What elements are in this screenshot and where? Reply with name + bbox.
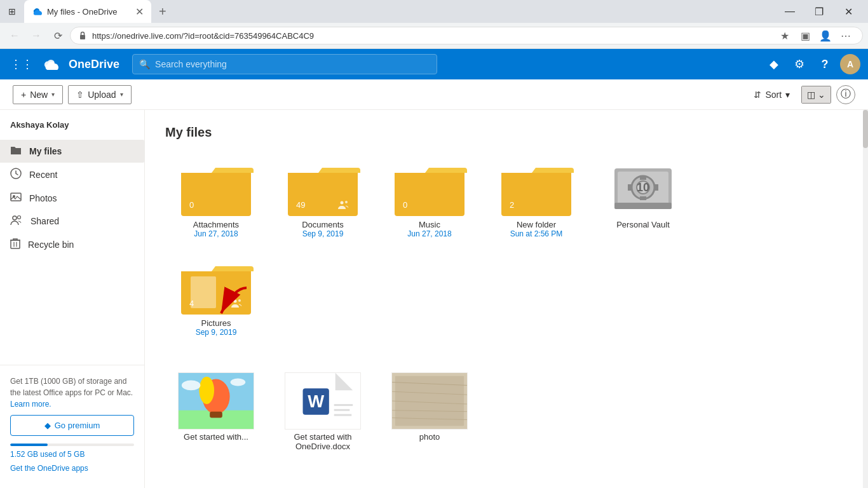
svg-point-25 — [199, 377, 214, 404]
info-button[interactable]: ⓘ — [836, 85, 855, 104]
window-controls: — ❐ ✕ — [775, 0, 863, 23]
storage-used-text[interactable]: 1.52 GB used of 5 GB — [10, 450, 134, 459]
profile-icon[interactable]: 👤 — [817, 27, 834, 44]
folder-name-music: Music — [419, 220, 440, 229]
onedrive-logo-text: OneDrive — [69, 58, 119, 71]
folder-icon-attachments: 0 — [178, 160, 254, 217]
svg-rect-15 — [640, 196, 646, 200]
sort-label: Sort — [765, 90, 782, 100]
tab-bar: ⊞ My files - OneDrive ✕ + — ❐ ✕ — [0, 0, 868, 23]
search-icon: 🔍 — [139, 59, 150, 69]
folder-personal-vault[interactable]: 10 Personal Vault — [592, 155, 694, 243]
svg-rect-6 — [11, 240, 20, 248]
settings-icon[interactable]: ⚙ — [789, 54, 810, 74]
star-icon[interactable]: ★ — [776, 27, 794, 44]
image-thumb-svg-1 — [179, 372, 254, 430]
folder-name-documents: Documents — [302, 220, 344, 229]
photos-icon — [10, 192, 22, 205]
tab-favicon — [32, 6, 42, 17]
sort-chevron: ▾ — [785, 90, 790, 100]
close-window-button[interactable]: ✕ — [834, 0, 863, 23]
sidebar-bottom: Get 1TB (1000 GB) of storage and the lat… — [0, 365, 144, 483]
upload-button-label: Upload — [88, 90, 116, 100]
onedrive-app: ⋮⋮ OneDrive 🔍 Search everything ◆ ⚙ ? A … — [0, 49, 868, 488]
upload-icon: ⇧ — [76, 90, 84, 100]
collection-icon[interactable]: ▣ — [796, 27, 814, 44]
file-thumb-word: W — [285, 372, 361, 430]
new-button[interactable]: + New ▾ — [13, 85, 63, 104]
maximize-button[interactable]: ❐ — [804, 0, 834, 23]
scrollbar-track[interactable] — [863, 110, 868, 488]
folder-date-new: Sun at 2:56 PM — [510, 229, 563, 238]
onedrive-cloud-logo — [43, 58, 58, 70]
new-button-plus: + — [21, 90, 26, 100]
folder-attachments[interactable]: 0 Attachments Jun 27, 2018 — [165, 155, 267, 243]
sort-button[interactable]: ⇵ Sort ▾ — [747, 86, 796, 104]
svg-point-21 — [238, 299, 241, 302]
minimize-button[interactable]: — — [775, 0, 804, 23]
sidebar-user-name: Akshaya Kolay — [0, 115, 144, 140]
more-options-icon[interactable]: ⋯ — [837, 27, 855, 44]
folder-count-music: 0 — [403, 200, 407, 210]
sidebar-item-recycle-bin[interactable]: Recycle bin — [0, 233, 144, 257]
folder-date-documents: Sep 9, 2019 — [302, 229, 344, 238]
vault-icon-wrap: 10 — [605, 160, 681, 217]
file-thumb-2 — [391, 372, 468, 430]
sidebar-item-recent[interactable]: Recent — [0, 163, 144, 187]
user-avatar[interactable]: A — [840, 54, 860, 74]
folder-name-attachments: Attachments — [193, 220, 239, 229]
svg-rect-11 — [614, 203, 672, 209]
learn-more-link[interactable]: Learn more. — [10, 400, 51, 409]
svg-point-4 — [13, 216, 17, 220]
url-text: https://onedrive.live.com/?id=root&cid=7… — [92, 31, 314, 41]
search-box[interactable]: 🔍 Search everything — [132, 54, 437, 74]
file-image-2[interactable]: photo — [379, 367, 480, 456]
main-layout: Akshaya Kolay My files Recent Photos — [0, 110, 868, 488]
file-word-doc[interactable]: W Get started with OneDrive.docx — [272, 367, 374, 456]
scrollbar-thumb[interactable] — [863, 110, 868, 148]
folder-date-music: Jun 27, 2018 — [407, 229, 451, 238]
folder-new[interactable]: 2 New folder Sun at 2:56 PM — [485, 155, 587, 243]
upload-button[interactable]: ⇧ Upload ▾ — [68, 85, 131, 104]
back-button[interactable]: ← — [5, 26, 24, 45]
page-title: My files — [165, 125, 843, 140]
tab-close-button[interactable]: ✕ — [135, 6, 144, 18]
premium-diamond-icon[interactable]: ◆ — [764, 54, 784, 74]
folder-music[interactable]: 0 Music Jun 27, 2018 — [379, 155, 480, 243]
new-button-chevron: ▾ — [51, 91, 55, 98]
tab-title: My files - OneDrive — [47, 7, 130, 17]
help-icon[interactable]: ? — [815, 54, 835, 74]
sidebar-photos-label: Photos — [29, 193, 134, 203]
file-name-image-2: photo — [419, 432, 440, 442]
sidebar-item-my-files[interactable]: My files — [0, 140, 144, 163]
svg-rect-0 — [80, 35, 85, 39]
forward-button[interactable]: → — [27, 26, 46, 45]
apps-grid-icon[interactable]: ⋮⋮ — [8, 55, 36, 74]
grid-view-button[interactable]: ◫ ⌄ — [802, 86, 831, 103]
folder-icon-new: 2 — [498, 160, 574, 217]
browser-grid-icon[interactable]: ⊞ — [5, 4, 19, 18]
go-premium-button[interactable]: ◆ Go premium — [10, 415, 134, 436]
folder-shared-icon-pictures — [231, 299, 243, 309]
vault-name: Personal Vault — [616, 220, 670, 229]
sidebar-shared-label: Shared — [31, 216, 134, 226]
new-tab-button[interactable]: + — [154, 2, 172, 22]
address-bar-icons: ★ ▣ 👤 ⋯ — [776, 27, 855, 44]
folder-documents[interactable]: 49 Documents Sep 9, 2019 — [272, 155, 374, 243]
folder-pictures[interactable]: 4 Pictures Sep 9, 2019 — [165, 254, 267, 342]
svg-rect-35 — [334, 409, 350, 411]
premium-diamond-icon: ◆ — [44, 421, 51, 430]
sidebar-recycle-bin-label: Recycle bin — [28, 240, 134, 250]
svg-point-8 — [345, 201, 348, 203]
get-apps-link[interactable]: Get the OneDrive apps — [10, 464, 134, 473]
file-image-1[interactable]: Get started with... — [165, 367, 267, 456]
sidebar-item-photos[interactable]: Photos — [0, 187, 144, 210]
content-area: My files 0 Attachments Jun 27, 2018 — [145, 110, 863, 488]
active-tab[interactable]: My files - OneDrive ✕ — [24, 0, 151, 23]
lock-icon — [78, 31, 87, 40]
refresh-button[interactable]: ⟳ — [48, 26, 67, 45]
address-input[interactable]: https://onedrive.live.com/?id=root&cid=7… — [70, 27, 863, 44]
sidebar-item-shared[interactable]: Shared — [0, 210, 144, 233]
svg-rect-14 — [640, 176, 646, 180]
sort-icon: ⇵ — [754, 90, 761, 100]
